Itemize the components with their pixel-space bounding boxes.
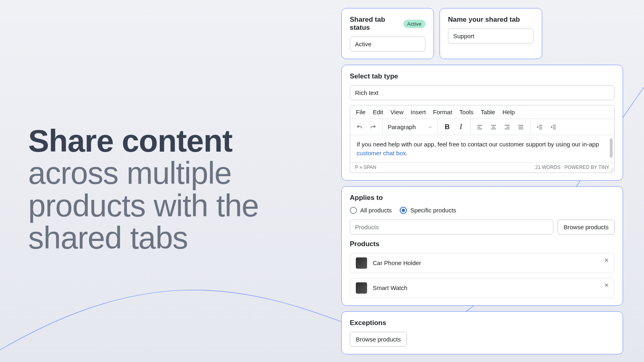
exceptions-card: Exceptions Browse products <box>341 311 623 354</box>
bold-icon[interactable]: B <box>440 120 454 134</box>
rich-text-editor: File Edit View Insert Format Tools Table… <box>350 105 615 173</box>
browse-products-button[interactable]: Browse products <box>557 220 615 234</box>
align-justify-icon[interactable] <box>514 120 528 134</box>
tab-type-select[interactable]: Rich text <box>350 85 615 100</box>
remove-product-icon[interactable]: ✕ <box>603 257 610 264</box>
radio-all-label: All products <box>360 207 392 214</box>
remove-product-icon[interactable]: ✕ <box>603 282 610 289</box>
status-card: Shared tab status Active Active <box>341 8 434 59</box>
radio-all-products[interactable]: All products <box>350 207 392 214</box>
product-name: Car Phone Holder <box>373 259 421 266</box>
paragraph-style-select[interactable]: Paragraph <box>383 119 438 135</box>
redo-icon[interactable] <box>366 120 380 134</box>
resize-handle-icon[interactable] <box>609 168 613 172</box>
exceptions-title: Exceptions <box>350 319 615 327</box>
products-list-title: Products <box>350 240 615 248</box>
word-count: 21 WORDS <box>535 165 561 170</box>
radio-specific-products[interactable]: Specific products <box>400 207 456 214</box>
italic-icon[interactable]: I <box>454 120 468 134</box>
tab-name-input[interactable] <box>448 29 534 43</box>
menu-edit[interactable]: Edit <box>373 109 383 115</box>
menu-file[interactable]: File <box>356 109 365 115</box>
align-center-icon[interactable] <box>487 120 500 134</box>
tab-type-value: Rich text <box>355 89 378 96</box>
exceptions-browse-button[interactable]: Browse products <box>350 332 407 347</box>
tab-type-card: Select tab type Rich text File Edit View… <box>341 65 623 181</box>
name-card-title: Name your shared tab <box>448 16 534 24</box>
hero-heading: Share content across multiple products w… <box>28 125 310 254</box>
radio-specific-label: Specific products <box>410 207 456 214</box>
hero-rest: across multiple products with the shared… <box>28 155 259 255</box>
status-badge: Active <box>403 20 425 28</box>
status-select-value: Active <box>355 41 372 47</box>
align-right-icon[interactable] <box>500 120 514 134</box>
editor-statusbar: P » SPAN 21 WORDS POWERED BY TINY <box>350 162 614 173</box>
radio-circle-checked-icon <box>400 207 407 214</box>
chevron-down-icon <box>428 125 433 130</box>
indent-icon[interactable] <box>547 120 560 134</box>
align-left-icon[interactable] <box>473 120 487 134</box>
editor-text-before: If you need help with our app, feel free… <box>357 141 599 148</box>
applies-to-title: Applies to <box>350 194 615 202</box>
editor-path: P » SPAN <box>355 165 376 170</box>
paragraph-label: Paragraph <box>388 123 416 130</box>
undo-icon[interactable] <box>353 120 366 134</box>
editor-link[interactable]: customer chat box <box>357 150 406 156</box>
editor-text-after: . <box>406 150 408 156</box>
outdent-icon[interactable] <box>533 120 547 134</box>
menu-view[interactable]: View <box>390 109 403 115</box>
editor-toolbar: Paragraph B I <box>350 119 614 135</box>
status-card-title: Shared tab status <box>350 16 399 32</box>
products-search-input[interactable] <box>350 220 553 234</box>
menu-help[interactable]: Help <box>502 109 515 115</box>
radio-circle-icon <box>350 207 357 214</box>
menu-format[interactable]: Format <box>433 109 452 115</box>
name-card: Name your shared tab <box>440 8 542 59</box>
hero-bold: Share content <box>28 123 232 158</box>
menu-table[interactable]: Table <box>481 109 495 115</box>
product-row: Car Phone Holder ✕ <box>350 253 615 273</box>
menu-insert[interactable]: Insert <box>411 109 426 115</box>
product-row: Smart Watch ✕ <box>350 278 615 298</box>
tab-type-title: Select tab type <box>350 72 615 80</box>
powered-by: POWERED BY TINY <box>564 165 609 170</box>
product-thumbnail <box>356 257 367 269</box>
product-name: Smart Watch <box>373 284 407 291</box>
status-select[interactable]: Active <box>350 37 425 51</box>
menu-tools[interactable]: Tools <box>459 109 473 115</box>
product-thumbnail <box>356 282 367 294</box>
editor-content[interactable]: If you need help with our app, feel free… <box>350 135 614 162</box>
applies-to-card: Applies to All products Specific product… <box>341 186 623 306</box>
scrollbar-thumb[interactable] <box>610 138 613 158</box>
editor-menubar: File Edit View Insert Format Tools Table… <box>350 105 614 119</box>
